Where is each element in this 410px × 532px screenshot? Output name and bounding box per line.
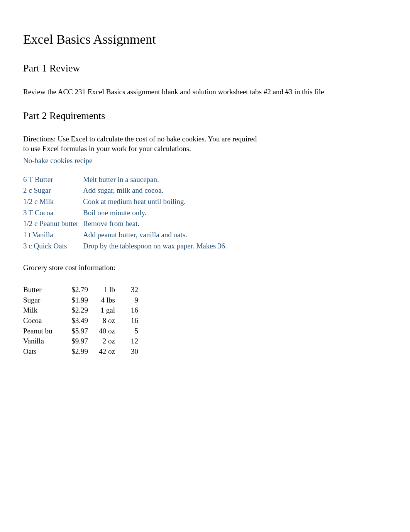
grocery-name: Milk — [23, 306, 62, 315]
recipe-step: Cook at medium heat until boiling. — [83, 197, 387, 207]
recipe-ingredient: 1/2 c Peanut butter — [23, 219, 83, 229]
recipe-step: Remove from heat. — [83, 219, 387, 229]
grocery-qty: 5 — [123, 326, 138, 336]
recipe-ingredient: 3 c Quick Oats — [23, 241, 83, 251]
grocery-row: Oats $2.99 42 oz 30 — [23, 347, 387, 357]
grocery-price: $3.49 — [62, 316, 88, 326]
grocery-row: Milk $2.29 1 gal 16 — [23, 306, 387, 315]
recipe-step: Add peanut butter, vanilla and oats. — [83, 230, 387, 240]
grocery-size: 2 oz — [88, 337, 123, 346]
recipe-step: Add sugar, milk and cocoa. — [83, 186, 387, 195]
part2-section: Part 2 Requirements Directions: Use Exce… — [23, 109, 387, 357]
part1-heading: Part 1 Review — [23, 62, 387, 75]
grocery-name: Cocoa — [23, 316, 62, 326]
recipe-ingredient: 3 T Cocoa — [23, 208, 83, 218]
grocery-row: Cocoa $3.49 8 oz 16 — [23, 316, 387, 326]
grocery-size: 8 oz — [88, 316, 123, 326]
directions-label: Directions: — [23, 135, 56, 143]
grocery-row: Sugar $1.99 4 lbs 9 — [23, 296, 387, 305]
grocery-name: Sugar — [23, 296, 62, 305]
grocery-price: $1.99 — [62, 296, 88, 305]
grocery-row: Butter $2.79 1 lb 32 — [23, 285, 387, 295]
grocery-table: Butter $2.79 1 lb 32 Sugar $1.99 4 lbs 9… — [23, 285, 387, 357]
grocery-name: Peanut bu — [23, 326, 62, 336]
recipe-row: 6 T Butter Melt butter in a saucepan. — [23, 175, 387, 185]
grocery-price: $9.97 — [62, 337, 88, 346]
grocery-name: Vanilla — [23, 337, 62, 346]
recipe-ingredient: 2 c Sugar — [23, 186, 83, 195]
grocery-qty: 9 — [123, 296, 138, 305]
recipe-row: 1/2 c Peanut butter Remove from heat. — [23, 219, 387, 229]
recipe-ingredient: 1 t Vanilla — [23, 230, 83, 240]
grocery-size: 1 lb — [88, 285, 123, 295]
grocery-size: 4 lbs — [88, 296, 123, 305]
part2-heading: Part 2 Requirements — [23, 109, 387, 122]
recipe-title: No-bake cookies recipe — [23, 156, 387, 166]
grocery-row: Peanut bu $5.97 40 oz 5 — [23, 326, 387, 336]
recipe-row: 1 t Vanilla Add peanut butter, vanilla a… — [23, 230, 387, 240]
grocery-price: $2.99 — [62, 347, 88, 357]
grocery-row: Vanilla $9.97 2 oz 12 — [23, 337, 387, 346]
recipe-row: 3 c Quick Oats Drop by the tablespoon on… — [23, 241, 387, 251]
grocery-qty: 16 — [123, 306, 138, 315]
grocery-size: 42 oz — [88, 347, 123, 357]
recipe-step: Boil one minute only. — [83, 208, 387, 218]
grocery-price: $2.79 — [62, 285, 88, 295]
recipe-row: 1/2 c Milk Cook at medium heat until boi… — [23, 197, 387, 207]
recipe-ingredient: 6 T Butter — [23, 175, 83, 185]
grocery-title: Grocery store cost information: — [23, 263, 387, 273]
grocery-size: 40 oz — [88, 326, 123, 336]
grocery-price: $5.97 — [62, 326, 88, 336]
recipe-step: Drop by the tablespoon on wax paper. Mak… — [83, 241, 387, 251]
grocery-qty: 32 — [123, 285, 138, 295]
recipe-row: 3 T Cocoa Boil one minute only. — [23, 208, 387, 218]
grocery-qty: 30 — [123, 347, 138, 357]
grocery-size: 1 gal — [88, 306, 123, 315]
recipe-ingredient: 1/2 c Milk — [23, 197, 83, 207]
directions-text: Use Excel to calculate the cost of no ba… — [23, 135, 257, 153]
directions: Directions: Use Excel to calculate the c… — [23, 134, 263, 153]
recipe-row: 2 c Sugar Add sugar, milk and cocoa. — [23, 186, 387, 195]
page-title: Excel Basics Assignment — [23, 31, 387, 48]
recipe-step: Melt butter in a saucepan. — [83, 175, 387, 185]
grocery-name: Oats — [23, 347, 62, 357]
grocery-qty: 12 — [123, 337, 138, 346]
grocery-qty: 16 — [123, 316, 138, 326]
part1-text: Review the ACC 231 Excel Basics assignme… — [23, 87, 387, 97]
recipe-table: 6 T Butter Melt butter in a saucepan. 2 … — [23, 175, 387, 251]
grocery-name: Butter — [23, 285, 62, 295]
grocery-price: $2.29 — [62, 306, 88, 315]
part1-section: Part 1 Review Review the ACC 231 Excel B… — [23, 62, 387, 97]
